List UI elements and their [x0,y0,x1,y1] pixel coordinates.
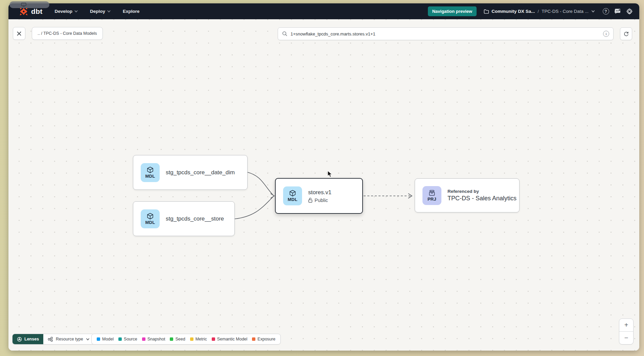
badge-label: MDL [145,220,155,225]
zoom-controls: + − [619,319,634,345]
legend-item-semantic-model: Semantic Model [212,337,248,341]
lenses-label: Lenses [24,337,39,341]
app-window: dbt Develop Deploy Explore Navigation pr… [8,3,639,351]
chevron-down-icon [86,338,90,340]
settings-button[interactable] [626,8,633,15]
search-input[interactable] [291,31,600,36]
cube-icon [289,190,296,197]
close-lineage-button[interactable] [13,27,25,40]
node-referenced-by-project[interactable]: PRJ Referenced by TPC-DS - Sales Analyti… [415,178,520,212]
breadcrumb-project[interactable]: Community DX Sa... [484,9,535,14]
gear-icon [626,8,633,15]
badge-label: MDL [288,197,297,202]
refresh-icon [623,31,629,37]
screen-indicator-pill [9,1,49,8]
zoom-in-button[interactable]: + [619,319,633,332]
cube-icon [146,213,154,220]
nav-menu-deploy[interactable]: Deploy [90,9,111,14]
nav-menu-explore[interactable]: Explore [123,9,140,14]
breadcrumb-project-label: Community DX Sa... [491,9,535,14]
resource-type-dropdown[interactable]: Resource type [43,334,94,344]
legend-swatch [97,337,100,341]
chat-bubble-icon [614,8,621,15]
legend-label: Metric [196,337,207,341]
legend-item-snapshot: Snapshot [142,337,165,341]
info-icon[interactable]: i [603,31,609,37]
model-badge: MDL [283,186,302,205]
brand-wordmark: dbt [31,7,43,16]
resource-legend: Model Source Snapshot Seed Metric Semant… [91,334,281,345]
mouse-cursor [327,171,333,178]
help-button[interactable]: ? [602,8,610,15]
resource-type-label: Resource type [56,337,83,341]
feedback-button[interactable] [614,8,621,15]
lineage-search[interactable]: i [278,27,614,40]
legend-label: Source [124,337,137,341]
legend-item-exposure: Exposure [252,337,275,341]
legend-swatch [212,337,215,341]
chevron-down-icon [107,10,111,12]
resource-type-icon [48,337,53,342]
cube-icon [146,167,154,173]
refresh-lineage-button[interactable] [620,27,632,40]
node-title: TPC-DS - Sales Analytics [447,195,516,202]
lenses-control-group: Lenses Resource type [12,334,94,345]
folder-icon [484,9,489,14]
top-navbar: dbt Develop Deploy Explore Navigation pr… [8,3,639,19]
legend-swatch [118,337,122,341]
node-access-level: Public [308,198,331,203]
project-badge: PRJ [422,186,441,205]
lens-aperture-icon [17,337,22,342]
node-title: stg_tpcds_core__date_dim [166,169,235,176]
badge-label: MDL [145,174,155,179]
node-title: stores.v1 [308,189,331,196]
legend-swatch [142,337,145,341]
lenses-button[interactable]: Lenses [13,334,43,344]
node-stg-tpcds-core-store[interactable]: MDL stg_tpcds_core__store [133,201,235,236]
close-icon [17,31,22,36]
legend-item-model: Model [97,337,114,341]
navigation-preview-badge[interactable]: Navigation preview [428,6,477,16]
chevron-down-icon [74,10,78,12]
legend-swatch [190,337,193,341]
nav-menu-deploy-label: Deploy [90,9,105,14]
model-badge: MDL [141,209,160,228]
lineage-canvas[interactable]: .. / TPC-DS - Core Data Models i MDL stg… [8,19,639,351]
display-icon [21,3,26,7]
model-badge: MDL [141,163,160,182]
legend-label: Snapshot [147,337,165,341]
legend-item-seed: Seed [170,337,185,341]
access-label: Public [315,198,328,203]
breadcrumb-separator: / [537,9,539,14]
nav-menu-develop-label: Develop [55,9,73,14]
chevron-down-icon[interactable] [591,10,595,12]
breadcrumb-section[interactable]: TPC-DS - Core Data ... [542,9,589,14]
breadcrumb: Community DX Sa... / TPC-DS - Core Data … [484,9,595,14]
legend-label: Semantic Model [217,337,248,341]
search-icon [282,31,288,36]
legend-item-metric: Metric [190,337,207,341]
badge-label: PRJ [428,197,436,202]
zoom-out-button[interactable]: − [619,332,633,344]
legend-swatch [252,337,255,341]
lineage-path-chip[interactable]: .. / TPC-DS - Core Data Models [32,27,103,40]
node-title: stg_tpcds_core__store [166,215,224,222]
help-icon: ? [603,8,609,15]
unlock-icon [308,198,313,203]
legend-item-source: Source [118,337,137,341]
legend-label: Exposure [257,337,275,341]
dbt-logo-icon [19,7,29,16]
referenced-by-label: Referenced by [447,189,516,194]
legend-label: Model [102,337,114,341]
archive-icon [428,189,436,196]
dbt-logo[interactable]: dbt [19,7,43,16]
nav-menu-explore-label: Explore [123,9,140,14]
legend-label: Seed [175,337,185,341]
legend-swatch [170,337,173,341]
nav-menu-develop[interactable]: Develop [55,9,78,14]
node-stores-v1[interactable]: MDL stores.v1 Public [275,178,363,214]
node-stg-tpcds-core-date-dim[interactable]: MDL stg_tpcds_core__date_dim [133,155,248,190]
